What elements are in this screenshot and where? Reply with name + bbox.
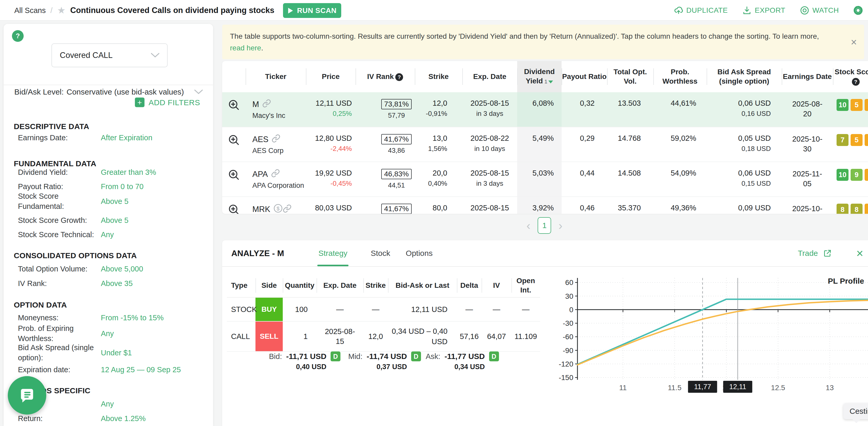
col-total-opt-vol[interactable]: Total Opt. Vol.: [607, 61, 653, 92]
leg-row-stock[interactable]: STOCK BUY 100 — — 12,11 USD — — —: [227, 297, 540, 321]
filter-bid-ask-spread[interactable]: Bid Ask Spread (single option): Under $1: [18, 342, 200, 363]
tab-stock[interactable]: Stock: [371, 249, 390, 258]
col-exp-date[interactable]: Exp. Date: [462, 61, 517, 92]
strike-moneyness: 1,56%: [415, 145, 447, 153]
table-row[interactable]: MRK $ 80,03 USD 41,67% 80,0 2025-08-15 3…: [222, 197, 868, 214]
run-scan-button[interactable]: RUN SCAN: [283, 3, 341, 18]
leg-bid-ask: 0,34 USD – 0,40 USD: [388, 321, 457, 352]
zoom-plus-icon[interactable]: [228, 169, 240, 181]
total-opt-vol: 14.768: [607, 134, 641, 142]
col-prob-worthless[interactable]: Prob. Worthless: [653, 61, 707, 92]
read-here-link[interactable]: read here: [230, 44, 261, 52]
filter-total-option-volume[interactable]: Total Option Volume: Above 5,000: [18, 264, 200, 274]
legs-col-type: Type: [227, 273, 255, 297]
legs-col-side: Side: [255, 273, 283, 297]
filter-stock-score-fundamental[interactable]: Stock Score Fundamental: Above 5: [18, 191, 200, 211]
tab-options[interactable]: Options: [406, 249, 432, 258]
next-page-icon[interactable]: ›: [558, 220, 562, 231]
external-link-icon: [823, 249, 832, 258]
breadcrumb-all-scans[interactable]: All Scans: [14, 6, 46, 15]
stock-score-badge: 7: [837, 134, 848, 146]
page-number[interactable]: 1: [538, 217, 551, 234]
filter-stock-score-technical[interactable]: Stock Score Technical: Any: [18, 230, 200, 240]
svg-text:-120: -120: [559, 360, 573, 368]
chat-fab-button[interactable]: [8, 376, 46, 415]
earnings-date: 2025-08-20: [791, 99, 824, 119]
col-dividend-yield-sorted[interactable]: Dividend Yield1: [517, 61, 562, 92]
strike-moneyness: -0,91%: [415, 110, 447, 118]
ask-quote: Ask: -11,77 USD D 0,34 USD: [426, 352, 499, 371]
strategy-select-value: Covered CALL: [60, 51, 113, 60]
trade-link[interactable]: Trade: [798, 249, 832, 258]
filter-stock-score-growth[interactable]: Stock Score Growth: Above 5: [18, 215, 200, 226]
bid-ask-spread-2: 0,18 USD: [707, 145, 771, 153]
svg-text:-150: -150: [559, 373, 573, 382]
ticker-symbol[interactable]: AES: [252, 135, 269, 144]
leg-type: STOCK: [227, 297, 255, 321]
iv-value: 57,79: [355, 111, 412, 120]
bidask-value: Conservative (use bid-ask values): [66, 88, 184, 96]
help-icon[interactable]: ?: [395, 73, 403, 81]
side-sell-chip[interactable]: SELL: [255, 322, 283, 351]
strategy-select[interactable]: Covered CALL: [52, 43, 167, 67]
leg-quantity[interactable]: 1: [283, 321, 316, 352]
leg-strike: 12,0: [363, 321, 388, 352]
sidebar-divider: [4, 85, 213, 85]
duplicate-button[interactable]: DUPLICATE: [674, 6, 728, 15]
table-row[interactable]: AES AES Corp 12,80 USD -2,44% 41,67% 43,…: [222, 127, 868, 162]
breadcrumb-separator: /: [51, 6, 53, 15]
ticker-icons: [262, 99, 271, 110]
tab-strategy[interactable]: Strategy: [318, 249, 347, 258]
exp-relative: in 3 days: [462, 110, 517, 118]
filter-earnings-date[interactable]: Earnings Date: After Expiration: [18, 133, 200, 143]
ticker-symbol[interactable]: MRK: [252, 205, 270, 214]
exp-date: 2025-08-15: [462, 204, 517, 212]
price-change: -0,45%: [306, 179, 352, 188]
col-earnings-date[interactable]: Earnings Date: [782, 61, 833, 92]
ticker-icons: [271, 169, 280, 179]
zoom-plus-icon[interactable]: [228, 134, 240, 146]
filter-dividend-yield[interactable]: Dividend Yield: Greater than 3%: [18, 167, 200, 177]
add-filters-button[interactable]: + ADD FILTERS: [135, 98, 200, 107]
settings-button[interactable]: [854, 6, 863, 15]
filter-moneyness[interactable]: Moneyness: From -15% to 15%: [18, 313, 200, 323]
help-icon[interactable]: ?: [852, 78, 860, 86]
col-bid-ask-spread[interactable]: Bid Ask Spread (single option): [707, 61, 782, 92]
pl-profile-chart: 1111.51212.51360300-30-60-90-120-15011,7…: [554, 267, 868, 426]
prev-page-icon[interactable]: ‹: [527, 220, 530, 231]
bidask-level-select[interactable]: Bid/Ask Level: Conservative (use bid-ask…: [14, 88, 203, 96]
analyze-close-icon[interactable]: ×: [856, 247, 863, 259]
leg-row-call[interactable]: CALL SELL 1 2025-08-15 12,0 0,34 USD – 0…: [227, 321, 540, 352]
zoom-plus-icon[interactable]: [228, 99, 240, 111]
col-payout-ratio[interactable]: Payout Ratio: [562, 61, 607, 92]
ticker-symbol[interactable]: APA: [252, 170, 268, 179]
strike: 13,0: [415, 134, 447, 142]
filter-return[interactable]: Return: Above 1.25%: [18, 414, 200, 424]
filter-expiration-date[interactable]: Expiration date: 12 Aug 25 — 09 Sep 25: [18, 365, 200, 375]
col-price[interactable]: Price: [306, 61, 355, 92]
col-strike[interactable]: Strike: [415, 61, 462, 92]
table-row[interactable]: APA APA Corporation 19,92 USD -0,45% 46,…: [222, 162, 868, 197]
banner-close-icon[interactable]: ×: [851, 37, 857, 47]
table-row[interactable]: M Macy's Inc 12,11 USD 0,25% 73,81% 57,7…: [222, 92, 868, 127]
leg-open-int: 11.109: [512, 321, 540, 352]
zoom-plus-icon[interactable]: [228, 204, 240, 214]
ticker-symbol[interactable]: M: [252, 100, 259, 109]
col-iv-rank[interactable]: IV Rank?: [355, 61, 415, 92]
svg-text:13: 13: [826, 384, 834, 392]
bid-ask-spread: 0,06 USD: [707, 99, 771, 107]
filter-iv-rank[interactable]: IV Rank: Above 35: [18, 278, 200, 289]
leg-iv: —: [482, 297, 512, 321]
col-stock-score[interactable]: Stock Score?: [833, 61, 868, 92]
watch-button[interactable]: WATCH: [800, 6, 839, 15]
favorite-star-icon[interactable]: ★: [57, 6, 65, 15]
side-buy-chip[interactable]: BUY: [255, 298, 283, 321]
export-button[interactable]: EXPORT: [742, 6, 785, 15]
leg-quantity[interactable]: 100: [283, 297, 316, 321]
filter-payout-ratio[interactable]: Payout Ratio: From 0 to 70: [18, 182, 200, 192]
watch-icon: [800, 6, 809, 15]
help-icon[interactable]: ?: [12, 30, 24, 42]
filter-prob-expiring-worthless[interactable]: Prob. of Expiring Worthless: Any: [18, 323, 200, 343]
stock-score-badges: 885: [833, 204, 868, 214]
col-ticker[interactable]: Ticker: [246, 61, 306, 92]
